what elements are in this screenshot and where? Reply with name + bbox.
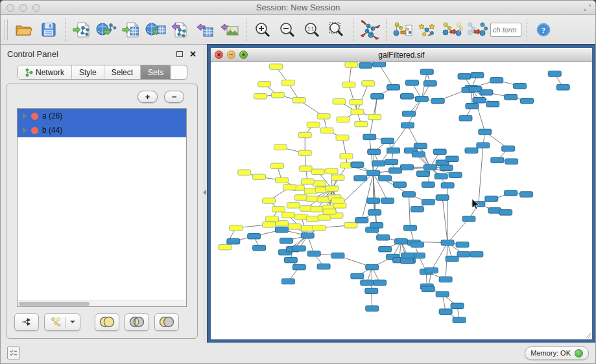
fullscreen-icon[interactable] bbox=[584, 4, 591, 12]
zoom-window-icon[interactable] bbox=[32, 4, 40, 12]
import-table-file-button[interactable] bbox=[120, 18, 142, 41]
search-input[interactable] bbox=[490, 23, 521, 37]
export-network-icon bbox=[171, 21, 190, 39]
toolbar-separator bbox=[353, 19, 353, 41]
set-label: b (44) bbox=[42, 126, 62, 135]
float-panel-icon[interactable] bbox=[176, 51, 183, 57]
new-network-from-selection-button[interactable] bbox=[392, 18, 414, 41]
zoom-1-1-icon: 1:1 bbox=[304, 21, 320, 38]
tab-sets-label: Sets bbox=[148, 68, 163, 77]
task-history-button[interactable] bbox=[7, 347, 20, 359]
tab-select-label: Select bbox=[112, 68, 133, 77]
resize-grip-icon[interactable] bbox=[584, 331, 591, 339]
tab-sets[interactable]: Sets bbox=[141, 65, 171, 79]
help-icon: ? bbox=[536, 22, 551, 38]
expand-triangle-icon[interactable] bbox=[23, 128, 27, 133]
toolbar-separator bbox=[527, 19, 527, 41]
memory-status-button[interactable]: Memory: OK bbox=[525, 347, 589, 360]
minimize-window-icon[interactable] bbox=[19, 4, 27, 12]
select-first-neighbors-button[interactable] bbox=[416, 18, 438, 41]
close-window-icon[interactable] bbox=[6, 4, 14, 12]
network-tree-icon bbox=[25, 68, 33, 77]
network-internal-frame: × − + galFiltered.sif bbox=[208, 45, 595, 343]
app-window: Session: New Session bbox=[0, 0, 596, 364]
zoom-fit-selected-icon bbox=[328, 21, 345, 38]
apply-layout-button[interactable] bbox=[359, 18, 381, 41]
zoom-fit-selected-button[interactable] bbox=[326, 18, 348, 41]
mouse-cursor-icon bbox=[472, 199, 479, 209]
export-network-button[interactable] bbox=[169, 18, 191, 41]
frame-close-icon[interactable]: × bbox=[215, 51, 223, 59]
frame-maximize-icon[interactable]: + bbox=[239, 51, 248, 59]
save-session-button[interactable] bbox=[38, 18, 60, 41]
tab-style[interactable]: Style bbox=[72, 65, 104, 79]
import-network-web-button[interactable] bbox=[95, 18, 117, 41]
set-union-button[interactable] bbox=[95, 313, 119, 331]
toolbar-separator bbox=[65, 19, 66, 41]
panel-splitter[interactable] bbox=[203, 45, 208, 343]
import-network-file-icon bbox=[72, 21, 91, 39]
apply-layout-icon bbox=[359, 19, 381, 40]
split-arrows-icon bbox=[20, 316, 33, 328]
network-frame-title: galFiltered.sif bbox=[378, 51, 424, 60]
export-image-button[interactable] bbox=[219, 18, 241, 41]
tab-select[interactable]: Select bbox=[104, 65, 141, 79]
zoom-in-icon bbox=[254, 21, 271, 38]
list-item-set-a[interactable]: a (26) bbox=[18, 109, 186, 123]
scrollbar-thumb[interactable] bbox=[19, 302, 89, 306]
status-bar: Memory: OK bbox=[1, 343, 595, 363]
open-folder-icon bbox=[15, 22, 33, 38]
new-network-from-selection-icon bbox=[392, 20, 414, 40]
set-intersection-button[interactable] bbox=[125, 313, 149, 331]
venn-union-icon bbox=[99, 316, 115, 328]
collapse-panel-icon[interactable] bbox=[203, 190, 206, 195]
zoom-actual-size-button[interactable]: 1:1 bbox=[301, 18, 323, 41]
network-canvas[interactable] bbox=[211, 62, 592, 339]
memory-status-label: Memory: OK bbox=[530, 349, 571, 357]
memory-ok-icon bbox=[575, 349, 583, 358]
titlebar: Session: New Session bbox=[1, 1, 595, 15]
control-panel-tabs: Network Style Select Sets bbox=[18, 65, 187, 80]
set-difference-button[interactable] bbox=[154, 313, 179, 331]
control-panel-title: Control Panel bbox=[7, 49, 58, 59]
network-view-area: × − + galFiltered.sif bbox=[208, 45, 595, 343]
copy-selection-button[interactable] bbox=[441, 18, 463, 41]
expand-triangle-icon[interactable] bbox=[23, 113, 27, 119]
zoom-in-button[interactable] bbox=[252, 18, 274, 41]
import-network-web-icon bbox=[96, 21, 117, 39]
horizontal-scrollbar[interactable] bbox=[18, 301, 186, 306]
zoom-out-button[interactable] bbox=[276, 18, 298, 41]
set-color-icon bbox=[31, 113, 38, 120]
save-icon bbox=[41, 22, 56, 38]
network-frame-titlebar[interactable]: × − + galFiltered.sif bbox=[211, 48, 592, 62]
select-first-neighbors-icon bbox=[416, 20, 438, 40]
toolbar-drag-handle[interactable] bbox=[5, 19, 8, 40]
control-panel: Control Panel ✕ Network St bbox=[1, 45, 203, 343]
network-graph[interactable] bbox=[211, 62, 592, 339]
sets-list: a (26) b (44) bbox=[17, 108, 187, 307]
paste-selection-icon bbox=[466, 20, 488, 40]
export-table-icon bbox=[196, 21, 214, 39]
svg-text:1:1: 1:1 bbox=[307, 27, 314, 31]
open-folder-button[interactable] bbox=[13, 18, 35, 41]
sets-panel: + − a (26) b (44) bbox=[6, 84, 198, 339]
paste-selection-button[interactable] bbox=[466, 18, 488, 41]
close-panel-icon[interactable]: ✕ bbox=[189, 50, 197, 58]
help-button[interactable]: ? bbox=[532, 18, 554, 41]
add-set-button[interactable]: + bbox=[137, 91, 158, 103]
import-table-file-icon bbox=[121, 21, 141, 39]
extract-set-button[interactable] bbox=[14, 313, 39, 331]
export-image-icon bbox=[220, 21, 239, 39]
create-network-from-set-button[interactable] bbox=[44, 313, 80, 331]
list-item-set-b[interactable]: b (44) bbox=[18, 123, 186, 137]
remove-set-button[interactable]: − bbox=[164, 91, 184, 103]
export-table-button[interactable] bbox=[194, 18, 216, 41]
frame-minimize-icon[interactable]: − bbox=[227, 51, 235, 59]
import-network-file-button[interactable] bbox=[71, 18, 93, 41]
tab-network[interactable]: Network bbox=[18, 65, 72, 79]
import-table-web-button[interactable] bbox=[145, 18, 167, 41]
network-glyph-icon bbox=[50, 317, 62, 327]
dropdown-caret-icon[interactable] bbox=[70, 321, 75, 323]
zoom-out-icon bbox=[279, 21, 296, 38]
set-label: a (26) bbox=[42, 111, 62, 120]
